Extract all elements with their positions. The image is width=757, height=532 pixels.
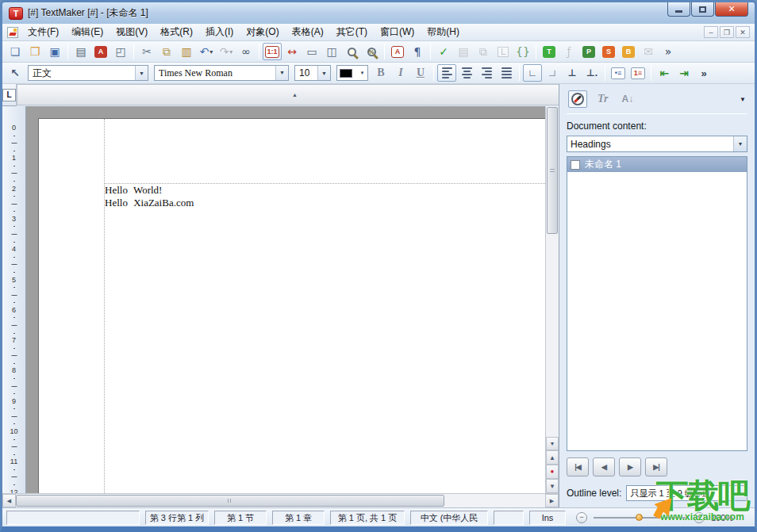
align-justify-button[interactable] bbox=[497, 64, 516, 82]
export-pdf-button[interactable]: A bbox=[91, 43, 110, 60]
increase-indent-button[interactable]: ⇥ bbox=[674, 64, 694, 82]
status-chapter-cell[interactable]: 第 1 章 bbox=[272, 511, 325, 525]
previous-page-button[interactable]: ▲ bbox=[546, 450, 559, 465]
tab-center-button[interactable]: ⊥ bbox=[563, 64, 582, 82]
object-mode-button[interactable]: ↖ bbox=[6, 64, 25, 82]
save-button[interactable]: ▣ bbox=[45, 43, 64, 60]
zoom-slider-thumb[interactable] bbox=[636, 514, 643, 521]
fit-width-button[interactable]: ↔ bbox=[282, 43, 302, 60]
print-button[interactable]: ▤ bbox=[71, 43, 90, 60]
formula-button[interactable]: ƒ bbox=[559, 43, 578, 60]
two-page-view-button[interactable]: ◫ bbox=[322, 43, 341, 60]
cut-button[interactable]: ✂ bbox=[137, 43, 156, 60]
last-heading-button[interactable]: ▶| bbox=[645, 457, 667, 477]
track-changes-button[interactable]: ⧉ bbox=[474, 43, 493, 60]
sidebar-menu-button[interactable]: ▼ bbox=[740, 96, 746, 103]
font-combo[interactable]: Times New Roman ▼ bbox=[154, 65, 289, 81]
align-center-button[interactable] bbox=[457, 64, 476, 82]
paste-button[interactable]: ▥ bbox=[177, 43, 196, 60]
headings-list[interactable]: 未命名 1 bbox=[567, 156, 747, 451]
heading-list-item[interactable]: 未命名 1 bbox=[567, 157, 747, 172]
character-format-button[interactable]: A bbox=[388, 43, 407, 60]
menu-help[interactable]: 帮助(H) bbox=[421, 24, 466, 40]
textmaker-button[interactable]: T bbox=[540, 43, 559, 60]
undo-button[interactable]: ↶▾ bbox=[197, 43, 216, 60]
basicmaker-button[interactable]: B bbox=[619, 43, 638, 60]
zoom-percent-button[interactable] bbox=[362, 43, 381, 60]
menu-object[interactable]: 对象(O) bbox=[240, 24, 285, 40]
mdi-minimize-button[interactable]: – bbox=[704, 26, 718, 38]
chevron-down-icon[interactable]: ▼ bbox=[733, 136, 747, 151]
browse-object-button[interactable]: ● bbox=[546, 465, 559, 479]
heading-checkbox[interactable] bbox=[571, 160, 580, 170]
menu-view[interactable]: 视图(V) bbox=[110, 24, 154, 40]
zoom-100-button[interactable]: 1:1 bbox=[263, 43, 282, 60]
font-size-combo[interactable]: 10 ▼ bbox=[294, 65, 331, 81]
status-language-cell[interactable]: 中文 (中华人民 bbox=[410, 511, 488, 525]
mdi-restore-button[interactable]: ❐ bbox=[720, 26, 734, 38]
horizontal-scrollbar[interactable]: ◀ ▶ bbox=[2, 493, 559, 507]
underline-button[interactable]: U bbox=[411, 64, 430, 82]
numbered-list-button[interactable]: 1≡ bbox=[628, 64, 647, 82]
font-color-picker[interactable]: ▾ bbox=[336, 65, 368, 81]
zoom-button[interactable] bbox=[342, 43, 361, 60]
spell-check-button[interactable]: ✓ bbox=[434, 43, 453, 60]
menu-insert[interactable]: 插入(I) bbox=[199, 24, 240, 40]
bold-button[interactable]: B bbox=[371, 64, 390, 82]
planmaker-button[interactable]: P bbox=[579, 43, 598, 60]
sidebar-tab-fonts[interactable]: Tr bbox=[594, 90, 611, 108]
presentations-button[interactable]: S bbox=[599, 43, 618, 60]
fields-button[interactable]: {} bbox=[513, 43, 532, 60]
headings-filter-combo[interactable]: Headings ▼ bbox=[567, 136, 747, 152]
find-button[interactable]: ∞ bbox=[236, 43, 256, 60]
tab-right-button[interactable]: ∟ bbox=[543, 64, 562, 82]
zoom-out-button[interactable]: − bbox=[576, 512, 587, 523]
chevron-down-icon[interactable]: ▼ bbox=[275, 66, 288, 80]
zoom-in-button[interactable]: + bbox=[694, 512, 705, 523]
minimize-button[interactable] bbox=[667, 2, 690, 17]
paragraph-format-button[interactable]: ¶ bbox=[408, 43, 427, 60]
scroll-right-button[interactable]: ▶ bbox=[545, 494, 559, 507]
format-toolbar-overflow-button[interactable]: » bbox=[694, 64, 713, 82]
copy-button[interactable]: ⧉ bbox=[157, 43, 176, 60]
close-button[interactable]: ✕ bbox=[715, 2, 748, 17]
previous-heading-button[interactable]: ◀ bbox=[593, 457, 615, 477]
textmaker-logo-icon[interactable]: T bbox=[9, 7, 23, 20]
status-section-cell[interactable]: 第 1 节 bbox=[214, 511, 267, 525]
horizontal-scrollbar-thumb[interactable] bbox=[16, 495, 444, 507]
chevron-down-icon[interactable]: ▾ bbox=[357, 66, 367, 80]
status-info-cell[interactable] bbox=[6, 511, 140, 525]
letter-wizard-button[interactable]: L bbox=[494, 43, 513, 60]
chevron-down-icon[interactable]: ▼ bbox=[733, 486, 747, 500]
menu-format[interactable]: 格式(R) bbox=[154, 24, 199, 40]
mdi-close-button[interactable]: ✕ bbox=[736, 26, 750, 38]
vertical-scrollbar-track[interactable] bbox=[546, 235, 559, 437]
email-button[interactable]: ✉ bbox=[639, 43, 658, 60]
sidebar-tab-sort[interactable]: A↓ bbox=[618, 91, 636, 107]
chevron-down-icon[interactable]: ▼ bbox=[317, 66, 330, 80]
decrease-indent-button[interactable]: ⇤ bbox=[655, 64, 674, 82]
tab-decimal-button[interactable]: ⊥. bbox=[582, 64, 601, 82]
next-heading-button[interactable]: ▶ bbox=[619, 457, 641, 477]
scroll-left-button[interactable]: ◀ bbox=[2, 494, 16, 507]
menu-edit[interactable]: 编辑(E) bbox=[65, 24, 110, 40]
tab-selector-button[interactable]: L bbox=[2, 89, 16, 101]
horizontal-scrollbar-track[interactable] bbox=[444, 494, 545, 507]
maximize-button[interactable] bbox=[691, 2, 714, 17]
status-position-cell[interactable]: 第 3 行第 1 列 bbox=[145, 511, 209, 525]
page-view-button[interactable]: ▭ bbox=[302, 43, 321, 60]
print-preview-button[interactable]: ◰ bbox=[111, 43, 130, 60]
document-icon[interactable] bbox=[7, 27, 18, 38]
redo-button[interactable]: ↷▾ bbox=[217, 43, 236, 60]
open-button[interactable]: ❒ bbox=[25, 43, 44, 60]
align-right-button[interactable] bbox=[477, 64, 496, 82]
status-insert-mode-cell[interactable]: Ins bbox=[529, 511, 566, 525]
menu-file[interactable]: 文件(F) bbox=[21, 24, 65, 40]
tab-left-button[interactable]: ∟ bbox=[523, 64, 542, 82]
thesaurus-button[interactable]: ▤ bbox=[454, 43, 473, 60]
chevron-down-icon[interactable]: ▼ bbox=[135, 66, 148, 80]
next-page-button[interactable]: ▼ bbox=[546, 479, 559, 493]
new-document-button[interactable]: ❏ bbox=[6, 43, 25, 60]
toolbar-overflow-button[interactable]: » bbox=[659, 43, 678, 60]
menu-tools[interactable]: 其它(T) bbox=[330, 24, 374, 40]
